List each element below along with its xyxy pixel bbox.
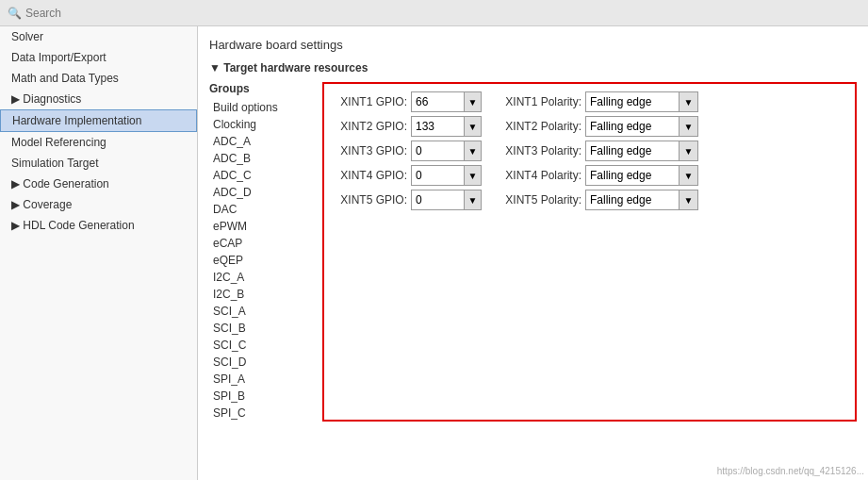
gpio-input[interactable] (412, 142, 464, 159)
group-item[interactable]: SPI_C (209, 405, 322, 422)
group-item[interactable]: ADC_D (209, 184, 322, 201)
group-item[interactable]: eCAP (209, 235, 322, 252)
gpio-input[interactable] (412, 93, 464, 110)
polarity-value: Falling edge (586, 93, 679, 110)
gpio-input-wrap: ▼ (411, 91, 482, 112)
group-item[interactable]: Clocking (209, 116, 322, 133)
content-area: Hardware board settings ▼ Target hardwar… (198, 26, 868, 480)
gpio-row: XINT1 GPIO: ▼ XINT1 Polarity: Falling ed… (332, 91, 847, 112)
gpio-row: XINT3 GPIO: ▼ XINT3 Polarity: Falling ed… (332, 141, 847, 161)
polarity-label: XINT2 Polarity: (497, 120, 581, 133)
gpio-dropdown-btn[interactable]: ▼ (464, 117, 481, 136)
resources-header: ▼ Target hardware resources (209, 61, 857, 74)
gpio-dropdown-btn[interactable]: ▼ (464, 141, 481, 160)
gpio-label: XINT5 GPIO: (332, 193, 407, 207)
polarity-dropdown-btn[interactable]: ▼ (679, 92, 697, 111)
group-item[interactable]: ADC_A (209, 133, 322, 150)
groups-panel: Groups Build optionsClockingADC_AADC_BAD… (209, 82, 322, 422)
search-icon: 🔍 (8, 7, 22, 20)
gpio-input[interactable] (412, 118, 464, 135)
sidebar-item[interactable]: Model Referencing (0, 132, 197, 153)
polarity-dropdown-btn[interactable]: ▼ (679, 141, 697, 160)
gpio-input-wrap: ▼ (411, 165, 482, 186)
group-item[interactable]: ADC_B (209, 150, 322, 167)
polarity-label: XINT4 Polarity: (497, 169, 581, 182)
polarity-label: XINT5 Polarity: (497, 193, 581, 207)
group-item[interactable]: I2C_A (209, 269, 322, 286)
group-item[interactable]: SCI_C (209, 337, 322, 354)
gpio-input-wrap: ▼ (411, 141, 482, 161)
polarity-select-wrap: Falling edge ▼ (585, 91, 698, 112)
search-bar: 🔍 (0, 0, 868, 26)
gpio-dropdown-btn[interactable]: ▼ (464, 190, 481, 209)
polarity-dropdown-btn[interactable]: ▼ (679, 190, 697, 209)
polarity-value: Falling edge (586, 191, 679, 208)
settings-panel: XINT1 GPIO: ▼ XINT1 Polarity: Falling ed… (322, 82, 857, 422)
group-item[interactable]: SPI_A (209, 371, 322, 388)
polarity-select-wrap: Falling edge ▼ (585, 190, 698, 210)
gpio-row: XINT2 GPIO: ▼ XINT2 Polarity: Falling ed… (332, 116, 847, 137)
gpio-label: XINT1 GPIO: (332, 95, 407, 108)
gpio-dropdown-btn[interactable]: ▼ (464, 92, 481, 111)
polarity-label: XINT1 Polarity: (497, 95, 581, 108)
gpio-dropdown-btn[interactable]: ▼ (464, 166, 481, 185)
polarity-value: Falling edge (586, 167, 679, 184)
group-item[interactable]: Build options (209, 99, 322, 116)
sidebar-item[interactable]: ▶ HDL Code Generation (0, 215, 197, 236)
gpio-label: XINT2 GPIO: (332, 120, 407, 133)
sidebar-item[interactable]: Simulation Target (0, 153, 197, 174)
main-layout: SolverData Import/ExportMath and Data Ty… (0, 26, 868, 480)
polarity-dropdown-btn[interactable]: ▼ (679, 117, 697, 136)
polarity-value: Falling edge (586, 142, 679, 159)
target-hardware-resources: ▼ Target hardware resources Groups Build… (209, 61, 857, 422)
group-item[interactable]: ePWM (209, 218, 322, 235)
gpio-label: XINT3 GPIO: (332, 144, 407, 157)
polarity-select-wrap: Falling edge ▼ (585, 165, 698, 186)
sidebar-item[interactable]: Solver (0, 26, 197, 47)
gpio-input[interactable] (412, 167, 464, 184)
gpio-label: XINT4 GPIO: (332, 169, 407, 182)
group-item[interactable]: SPI_B (209, 388, 322, 405)
group-item[interactable]: I2C_B (209, 286, 322, 303)
polarity-value: Falling edge (586, 118, 679, 135)
watermark: https://blog.csdn.net/qq_4215126... (717, 466, 864, 476)
gpio-input-wrap: ▼ (411, 190, 482, 210)
resources-body: Groups Build optionsClockingADC_AADC_BAD… (209, 82, 857, 422)
gpio-row: XINT4 GPIO: ▼ XINT4 Polarity: Falling ed… (332, 165, 847, 186)
polarity-select-wrap: Falling edge ▼ (585, 116, 698, 137)
sidebar-item[interactable]: ▶ Code Generation (0, 174, 197, 194)
sidebar-item[interactable]: ▶ Diagnostics (0, 89, 197, 109)
group-item[interactable]: DAC (209, 201, 322, 218)
sidebar-item[interactable]: Math and Data Types (0, 68, 197, 89)
gpio-input[interactable] (412, 191, 464, 208)
sidebar: SolverData Import/ExportMath and Data Ty… (0, 26, 198, 480)
polarity-dropdown-btn[interactable]: ▼ (679, 166, 697, 185)
group-item[interactable]: ADC_C (209, 167, 322, 184)
gpio-row: XINT5 GPIO: ▼ XINT5 Polarity: Falling ed… (332, 190, 847, 210)
groups-label: Groups (209, 82, 322, 95)
group-item[interactable]: SCI_A (209, 303, 322, 320)
sidebar-item[interactable]: Data Import/Export (0, 47, 197, 68)
group-item[interactable]: SCI_B (209, 320, 322, 337)
section-title: Hardware board settings (209, 38, 857, 52)
polarity-select-wrap: Falling edge ▼ (585, 141, 698, 161)
resources-header-text: ▼ Target hardware resources (209, 61, 368, 74)
gpio-input-wrap: ▼ (411, 116, 482, 137)
group-item[interactable]: SCI_D (209, 354, 322, 371)
sidebar-item[interactable]: ▶ Coverage (0, 194, 197, 215)
search-input[interactable] (25, 7, 214, 20)
polarity-label: XINT3 Polarity: (497, 144, 581, 157)
group-item[interactable]: eQEP (209, 252, 322, 269)
sidebar-item[interactable]: Hardware Implementation (0, 109, 197, 132)
